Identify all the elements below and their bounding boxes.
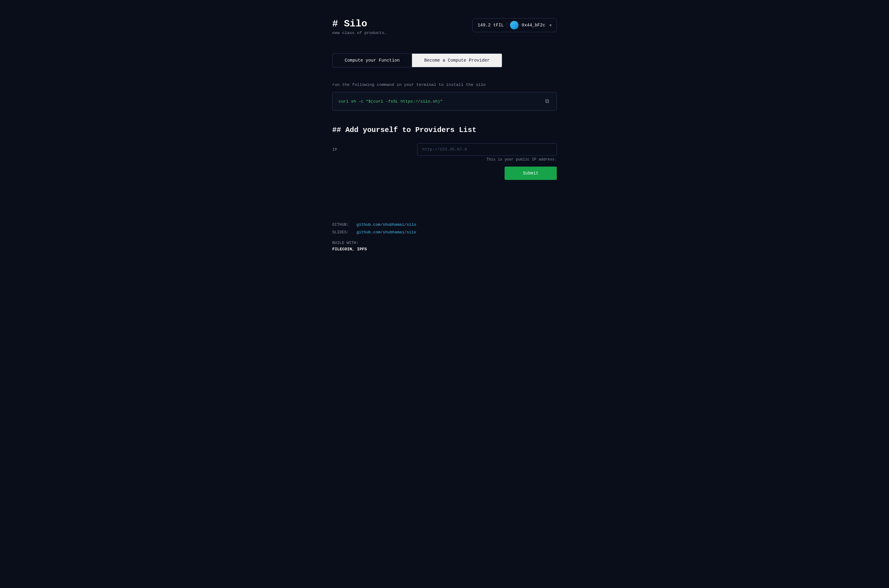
copy-icon[interactable]: ⧉ <box>544 97 550 106</box>
submit-button[interactable]: Submit <box>505 166 557 180</box>
submit-row: Submit <box>332 166 557 180</box>
logo-name: Silo <box>344 18 367 29</box>
command-text: curl sh -c "$(curl -fsSL https://silo.sh… <box>339 99 443 104</box>
logo-subtitle: new class of products. <box>332 31 387 35</box>
ip-label: IP <box>332 143 417 152</box>
logo-hash: # <box>332 18 344 29</box>
page-container: # Silo new class of products. 149.2 tFIL… <box>320 12 569 252</box>
wallet-button[interactable]: 149.2 tFIL 0x44_bF2c ▾ <box>472 18 557 32</box>
footer: GITHUB: github.com/shubhamai/silo SLIDES… <box>332 216 557 252</box>
footer-slides-link[interactable]: github.com/shubhamai/silo <box>357 230 416 234</box>
footer-build: BUILD WITH: FILECOIN, IPFS <box>332 241 557 252</box>
providers-section: ## Add yourself to Providers List IP Thi… <box>332 126 557 180</box>
tab-provider[interactable]: Become a Compute Provider <box>412 54 502 67</box>
tabs-container: Compute your Function Become a Compute P… <box>332 53 502 68</box>
tab-compute[interactable]: Compute your Function <box>333 54 412 67</box>
ip-hint: This is your public IP address. <box>417 158 557 162</box>
command-box: curl sh -c "$(curl -fsSL https://silo.sh… <box>332 92 557 111</box>
wallet-balance: 149.2 tFIL <box>478 23 504 28</box>
chevron-down-icon: ▾ <box>549 23 552 28</box>
footer-github-label: GITHUB: <box>332 222 357 227</box>
install-description: run the following command in your termin… <box>332 82 557 87</box>
avatar <box>510 21 519 29</box>
footer-slides-row: SLIDES: github.com/shubhamai/silo <box>332 230 557 234</box>
header: # Silo new class of products. 149.2 tFIL… <box>332 12 557 35</box>
footer-github-row: GITHUB: github.com/shubhamai/silo <box>332 222 557 227</box>
install-section: run the following command in your termin… <box>332 82 557 111</box>
logo-section: # Silo new class of products. <box>332 18 387 35</box>
footer-build-value: FILECOIN, IPFS <box>332 247 557 252</box>
ip-input[interactable] <box>417 143 557 156</box>
ip-field-group: This is your public IP address. <box>417 143 557 162</box>
footer-build-label: BUILD WITH: <box>332 241 557 245</box>
wallet-divider <box>507 22 507 28</box>
section-title: ## Add yourself to Providers List <box>332 126 557 134</box>
footer-github-link[interactable]: github.com/shubhamai/silo <box>357 222 416 227</box>
logo-title: # Silo <box>332 18 387 29</box>
footer-slides-label: SLIDES: <box>332 230 357 234</box>
wallet-address: 0x44_bF2c <box>522 23 545 28</box>
ip-form-row: IP This is your public IP address. <box>332 143 557 162</box>
